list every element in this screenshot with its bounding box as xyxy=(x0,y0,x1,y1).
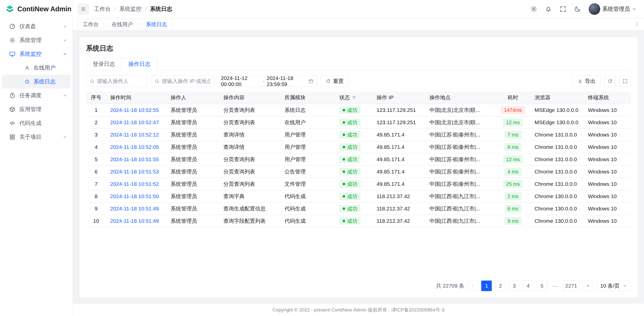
cell-operator: 系统管理员 xyxy=(167,178,219,190)
tab-online-users[interactable]: 在线用户 xyxy=(106,20,138,29)
tab-system-log[interactable]: 系统日志 xyxy=(141,20,172,29)
status-text: 成功 xyxy=(347,194,357,199)
cell-time: 2024-11-18 10:51:55 xyxy=(106,153,167,165)
date-range-picker[interactable]: 2024-11-12 00:00:00 - 2024-11-18 23:59:5… xyxy=(217,75,317,87)
tab-label: 登录日志 xyxy=(93,60,115,68)
sidebar-item-online-users[interactable]: 在线用户 xyxy=(2,61,71,75)
app-logo[interactable]: ContiNew Admin xyxy=(0,0,73,18)
col-location: 操作地点 xyxy=(425,92,495,104)
time-link[interactable]: 2024-11-18 10:51:55 xyxy=(110,156,159,162)
cell-content: 分页查询列表 xyxy=(219,116,280,128)
chevron-down-icon xyxy=(623,284,627,288)
sidebar-item-system-log[interactable]: 系统日志 xyxy=(2,75,71,88)
cell-operator: 系统管理员 xyxy=(167,215,219,227)
col-browser: 浏览器 xyxy=(531,92,584,104)
main-column: 工作台 / 系统监控 / 系统日志 系统管理员 工作台 在线用户 xyxy=(73,0,644,316)
cell-module: 公告管理 xyxy=(280,165,335,178)
prev-page-button[interactable] xyxy=(467,281,478,291)
cell-browser: Chrome 131.0.0.0 xyxy=(531,165,584,178)
cell-content: 分页查询列表 xyxy=(219,104,280,116)
breadcrumb-item[interactable]: 工作台 xyxy=(94,5,111,13)
page-button-4[interactable]: 4 xyxy=(523,281,533,291)
ip-search-field[interactable] xyxy=(151,75,214,87)
dark-mode-toggle-button[interactable] xyxy=(574,6,581,13)
cell-location: 中国|北京|北京市|联... xyxy=(425,116,495,128)
sidebar-item-task-schedule[interactable]: 任务调度 xyxy=(2,88,71,102)
time-link[interactable]: 2024-11-18 10:51:52 xyxy=(110,181,159,187)
sidebar-item-system-management[interactable]: 系统管理 xyxy=(2,33,71,47)
tab-operation-log[interactable]: 操作日志 xyxy=(122,58,157,70)
tab-login-log[interactable]: 登录日志 xyxy=(86,58,122,70)
time-link[interactable]: 2024-11-18 10:52:55 xyxy=(110,107,159,113)
calendar-icon xyxy=(308,79,313,84)
tab-more-button[interactable] xyxy=(634,22,639,27)
operator-search-input[interactable] xyxy=(97,78,144,84)
time-link[interactable]: 2024-11-18 10:51:53 xyxy=(110,169,159,174)
table-fullscreen-button[interactable] xyxy=(619,75,631,87)
cell-duration: 1474ms xyxy=(495,104,531,116)
sidebar-item-about-project[interactable]: 关于项目 xyxy=(2,130,71,144)
cell-time: 2024-11-18 10:52:12 xyxy=(106,128,167,141)
next-page-button[interactable] xyxy=(583,281,593,291)
tab-workbench[interactable]: 工作台 xyxy=(77,20,104,29)
time-link[interactable]: 2024-11-18 10:52:47 xyxy=(110,119,159,125)
breadcrumb: 工作台 / 系统监控 / 系统日志 xyxy=(94,5,172,13)
cell-location: 中国|江苏省|泰州市|... xyxy=(425,141,495,153)
table-row: 72024-11-18 10:51:52系统管理员分页查询列表文件管理成功49.… xyxy=(86,178,631,190)
cell-module: 用户管理 xyxy=(280,153,335,165)
page-button-3[interactable]: 3 xyxy=(509,281,519,291)
status-text: 成功 xyxy=(347,169,357,174)
cell-content: 查询详情 xyxy=(219,128,280,141)
page-button-1[interactable]: 1 xyxy=(481,281,492,291)
page-title: 系统日志 xyxy=(86,44,631,53)
cell-duration: 4 ms xyxy=(495,165,531,178)
page-size-select[interactable]: 10 条/页 xyxy=(596,281,631,291)
page-button-last[interactable]: 2271 xyxy=(563,281,579,291)
user-menu[interactable]: 系统管理员 xyxy=(589,3,636,15)
topbar-actions: 系统管理员 xyxy=(530,3,636,15)
fullscreen-toggle-button[interactable] xyxy=(559,6,567,13)
sidebar-item-app-management[interactable]: 应用管理 xyxy=(2,102,71,116)
settings-button[interactable] xyxy=(530,6,537,13)
sidebar-item-label: 在线用户 xyxy=(33,64,56,72)
topbar: 工作台 / 系统监控 / 系统日志 系统管理员 xyxy=(73,0,644,18)
status-dot xyxy=(343,220,345,222)
page-ellipsis[interactable]: ··· xyxy=(550,281,560,291)
cell-operator: 系统管理员 xyxy=(167,116,219,128)
time-link[interactable]: 2024-11-18 10:52:12 xyxy=(110,132,159,138)
operator-search-field[interactable] xyxy=(86,75,147,87)
search-icon xyxy=(90,79,95,84)
status-badge: 成功 xyxy=(339,193,360,200)
sidebar-item-dashboard[interactable]: 仪表盘 xyxy=(2,19,71,33)
duration-badge: 25 ms xyxy=(503,180,523,188)
time-link[interactable]: 2024-11-18 10:51:49 xyxy=(110,206,159,211)
cell-location: 中国|江西省|九江市|... xyxy=(425,215,495,227)
notifications-button[interactable] xyxy=(545,6,552,13)
table-row: 32024-11-18 10:52:12系统管理员查询详情用户管理成功49.85… xyxy=(86,128,631,141)
collapse-sidebar-button[interactable] xyxy=(78,4,89,14)
cell-time: 2024-11-18 10:51:53 xyxy=(106,165,167,178)
col-ip: 操作 IP xyxy=(373,92,425,104)
time-link[interactable]: 2024-11-18 10:51:50 xyxy=(110,193,159,199)
status-filter-button[interactable] xyxy=(352,95,356,100)
reset-button[interactable]: 重置 xyxy=(320,75,349,87)
chevron-down-icon xyxy=(63,135,67,139)
time-link[interactable]: 2024-11-18 10:51:49 xyxy=(110,218,159,224)
refresh-table-button[interactable] xyxy=(604,75,616,87)
page-button-2[interactable]: 2 xyxy=(495,281,506,291)
sidebar-item-system-monitor[interactable]: 系统监控 xyxy=(2,47,71,61)
time-link[interactable]: 2024-11-18 10:52:05 xyxy=(110,144,159,150)
export-button[interactable]: 导出 xyxy=(572,75,601,87)
sidebar-item-code-generation[interactable]: 代码生成 xyxy=(2,116,71,130)
cell-os: Windows 10 xyxy=(584,128,631,141)
status-dot xyxy=(343,146,345,148)
page-button-5[interactable]: 5 xyxy=(537,281,547,291)
breadcrumb-item[interactable]: 系统监控 xyxy=(119,5,141,13)
cell-duration: 12 ms xyxy=(495,116,531,128)
duration-badge: 4 ms xyxy=(504,168,521,176)
ip-search-input[interactable] xyxy=(162,78,210,84)
cell-status: 成功 xyxy=(335,104,373,116)
log-icon xyxy=(25,79,30,84)
pagination: 共 22709 条 1 2 3 4 5 ··· 2271 10 条/页 xyxy=(86,275,631,291)
cell-os: Windows 10 xyxy=(584,116,631,128)
